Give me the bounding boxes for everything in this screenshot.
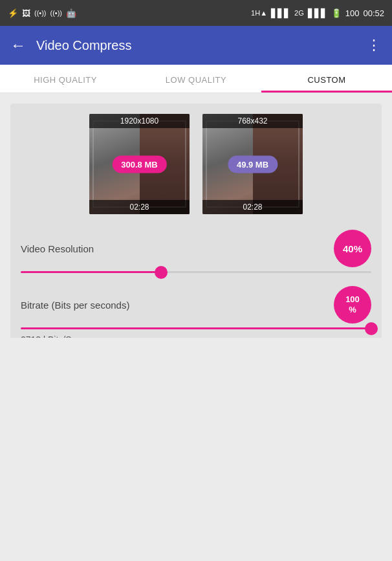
bitrate-slider-row: Bitrate (Bits per seconds) 100% 2713 kBi…	[21, 286, 371, 338]
phone-shell: ⚡ 🖼 ((•)) ((•)) 🤖 1H▲ ▋▋▋ 2G ▋▋▋ 🔋 100 0…	[0, 0, 392, 561]
preview-card: 1920x1080 300.8 MB 02:28 768x432 49.9 MB	[10, 104, 382, 338]
signal1-bars: ▋▋▋	[271, 8, 290, 18]
status-right: 1H▲ ▋▋▋ 2G ▋▋▋ 🔋 100 00:52	[251, 8, 384, 18]
video-previews: 1920x1080 300.8 MB 02:28 768x432 49.9 MB	[21, 114, 371, 214]
wifi2-icon: ((•))	[50, 9, 63, 17]
battery-percent: 100	[345, 8, 360, 18]
app-title: Video Compress	[36, 38, 367, 53]
network2-indicator: 2G	[294, 9, 304, 17]
bitrate-slider-thumb[interactable]	[365, 322, 378, 335]
resolution-slider-thumb[interactable]	[155, 266, 168, 279]
original-size-badge: 300.8 MB	[112, 155, 166, 173]
tab-high-quality[interactable]: HIGH QUALITY	[0, 65, 131, 93]
original-video-thumb: 1920x1080 300.8 MB 02:28	[89, 114, 190, 214]
compressed-video-thumb: 768x432 49.9 MB 02:28	[202, 114, 303, 214]
compressed-size-badge: 49.9 MB	[228, 155, 278, 173]
sliders-section: Video Resolution 40%	[21, 230, 371, 338]
main-content: 1920x1080 300.8 MB 02:28 768x432 49.9 MB	[0, 93, 392, 338]
tabs-bar: HIGH QUALITY LOW QUALITY CUSTOM	[0, 65, 392, 93]
bitrate-slider-track[interactable]	[21, 327, 371, 329]
usb-icon: ⚡	[8, 8, 18, 18]
status-icons-left: ⚡ 🖼 ((•)) ((•)) 🤖	[8, 8, 76, 18]
wifi1-icon: ((•))	[34, 9, 47, 17]
compressed-duration: 02:28	[202, 200, 303, 214]
back-button[interactable]: ←	[10, 36, 26, 54]
tab-custom[interactable]: CUSTOM	[261, 65, 392, 93]
app-bar: ← Video Compress ⋮	[0, 26, 392, 65]
time-display: 00:52	[363, 8, 384, 18]
resolution-slider-track[interactable]	[21, 271, 371, 273]
bitrate-slider-fill	[21, 327, 371, 329]
resolution-value-circle: 40%	[334, 230, 371, 267]
resolution-slider-fill	[21, 271, 161, 273]
bitrate-value-circle: 100%	[334, 286, 371, 324]
bitrate-track-container	[21, 327, 371, 329]
bottom-space	[0, 338, 392, 562]
resolution-slider-header: Video Resolution 40%	[21, 230, 371, 267]
bitrate-slider-header: Bitrate (Bits per seconds) 100%	[21, 286, 371, 324]
tab-low-quality[interactable]: LOW QUALITY	[131, 65, 261, 93]
signal2-bars: ▋▋▋	[308, 8, 327, 18]
resolution-label: Video Resolution	[21, 243, 94, 254]
original-duration: 02:28	[89, 200, 190, 214]
battery-icon: 🔋	[331, 8, 342, 18]
status-bar: ⚡ 🖼 ((•)) ((•)) 🤖 1H▲ ▋▋▋ 2G ▋▋▋ 🔋 100 0…	[0, 0, 392, 26]
menu-button[interactable]: ⋮	[367, 37, 382, 54]
image-icon: 🖼	[22, 8, 30, 18]
resolution-track-container	[21, 271, 371, 273]
network1-indicator: 1H▲	[251, 9, 267, 17]
android-icon: 🤖	[66, 8, 76, 18]
compressed-resolution: 768x432	[202, 114, 303, 128]
original-resolution: 1920x1080	[89, 114, 190, 128]
resolution-slider-row: Video Resolution 40%	[21, 230, 371, 273]
bitrate-label: Bitrate (Bits per seconds)	[21, 300, 129, 311]
